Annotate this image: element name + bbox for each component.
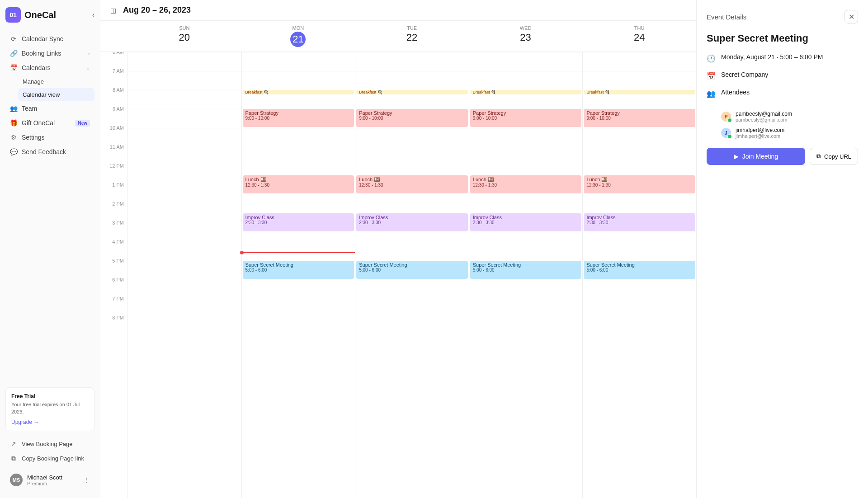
- attendee-sub: pambeesly@gmail.com: [736, 117, 792, 122]
- calendar-event[interactable]: Breakfast 🍳: [470, 90, 582, 94]
- calendar-event[interactable]: Lunch 🍱12:30 - 1:30: [243, 175, 354, 193]
- event-time: 5:00 - 6:00: [245, 268, 352, 272]
- calendar-event[interactable]: Lunch 🍱12:30 - 1:30: [470, 175, 582, 193]
- external-icon: ↗: [10, 440, 17, 447]
- event-company: Secret Company: [721, 71, 768, 78]
- day-name: WED: [469, 25, 583, 31]
- sidebar-item-calendar-view[interactable]: Calendar view: [18, 88, 94, 101]
- time-label: 11 AM: [100, 144, 127, 163]
- time-gutter-header: [100, 21, 127, 52]
- event-title: Lunch 🍱: [359, 177, 465, 183]
- event-title: Breakfast 🍳: [473, 90, 579, 94]
- sidebar-item-calendars[interactable]: 📅 Calendars ⌄: [5, 61, 94, 75]
- attendee-email: pambeesly@gmail.com: [736, 111, 792, 117]
- calendar-event[interactable]: Super Secret Meeting5:00 - 6:00: [470, 261, 582, 279]
- user-row[interactable]: MS Michael Scott Premium ⋮: [5, 469, 94, 491]
- calendar-event[interactable]: Super Secret Meeting5:00 - 6:00: [243, 261, 354, 279]
- sidebar-item-booking-links[interactable]: 🔗 Booking Links ›: [5, 46, 94, 61]
- day-header[interactable]: THU24: [582, 21, 696, 52]
- hour-line: [128, 128, 241, 147]
- day-number: 23: [469, 32, 583, 43]
- day-column[interactable]: Breakfast 🍳Paper Strategy9:00 - 10:00Lun…: [241, 52, 355, 498]
- day-header[interactable]: TUE22: [355, 21, 469, 52]
- calendar-event[interactable]: Improv Class2:30 - 3:30: [470, 213, 582, 231]
- hour-line: [469, 147, 583, 166]
- hour-line: [583, 52, 696, 71]
- user-info: Michael Scott Premium: [27, 474, 78, 486]
- calendar-event[interactable]: Paper Strategy9:00 - 10:00: [584, 109, 695, 127]
- more-icon[interactable]: ⋮: [83, 476, 90, 484]
- event-title: Breakfast 🍳: [359, 90, 465, 94]
- calendar-event[interactable]: Super Secret Meeting5:00 - 6:00: [584, 261, 695, 279]
- calendar-body[interactable]: 6 AM7 AM8 AM9 AM10 AM11 AM12 PM1 PM2 PM3…: [100, 52, 696, 498]
- logo-row: 01 OneCal ‹: [5, 7, 94, 23]
- event-datetime-row: 🕐 Monday, August 21 · 5:00 – 6:00 PM: [707, 53, 858, 63]
- attendee-avatar: J: [721, 128, 731, 138]
- hour-line: [355, 242, 469, 261]
- event-company-row: 📅 Secret Company: [707, 71, 858, 80]
- day-column[interactable]: Breakfast 🍳Paper Strategy9:00 - 10:00Lun…: [469, 52, 583, 498]
- event-title: Paper Strategy: [586, 110, 693, 116]
- event-time: 12:30 - 1:30: [359, 183, 465, 188]
- sidebar-item-manage[interactable]: Manage: [18, 75, 94, 88]
- day-header[interactable]: MON21: [241, 21, 355, 52]
- calendar-event[interactable]: Improv Class2:30 - 3:30: [584, 213, 695, 231]
- day-header[interactable]: WED23: [469, 21, 583, 52]
- day-column[interactable]: Breakfast 🍳Paper Strategy9:00 - 10:00Lun…: [582, 52, 696, 498]
- close-button[interactable]: ✕: [844, 10, 858, 23]
- calendar-event[interactable]: Breakfast 🍳: [584, 90, 695, 94]
- gift-icon: 🎁: [10, 119, 17, 127]
- copy-url-button[interactable]: ⧉ Copy URL: [810, 148, 858, 165]
- sidebar-item-label: Team: [22, 105, 37, 112]
- calendar-event[interactable]: Lunch 🍱12:30 - 1:30: [356, 175, 468, 193]
- hour-line: [355, 318, 469, 337]
- calendar-event[interactable]: Super Secret Meeting5:00 - 6:00: [356, 261, 468, 279]
- event-title: Paper Strategy: [245, 110, 352, 116]
- day-number: 20: [127, 32, 241, 43]
- calendar-event[interactable]: Improv Class2:30 - 3:30: [356, 213, 468, 231]
- event-title: Lunch 🍱: [473, 177, 579, 183]
- join-meeting-button[interactable]: ▶ Join Meeting: [707, 148, 805, 165]
- event-time: 12:30 - 1:30: [473, 183, 579, 188]
- hour-line: [128, 204, 241, 223]
- sidebar-item-gift[interactable]: 🎁 Gift OneCal New: [5, 116, 94, 130]
- hour-line: [469, 71, 583, 90]
- day-column[interactable]: [127, 52, 241, 498]
- day-header[interactable]: SUN20: [127, 21, 241, 52]
- attendees-row: 👥 Attendees: [707, 89, 858, 98]
- attendee-row: Jjimhalpert@live.comjimhalpert@live.com: [721, 127, 858, 139]
- sidebar-item-feedback[interactable]: 💬 Send Feedback: [5, 145, 94, 159]
- panel-toggle-icon[interactable]: ◫: [109, 7, 117, 14]
- trial-text: Your free trial expires on 01 Jul 2026.: [11, 401, 89, 415]
- time-column: 6 AM7 AM8 AM9 AM10 AM11 AM12 PM1 PM2 PM3…: [100, 52, 127, 498]
- attendee-info: jimhalpert@live.comjimhalpert@live.com: [736, 127, 784, 139]
- calendar-event[interactable]: Breakfast 🍳: [356, 90, 468, 94]
- event-time: 2:30 - 3:30: [473, 220, 579, 225]
- attendee-email: jimhalpert@live.com: [736, 127, 784, 133]
- event-title: Lunch 🍱: [245, 177, 352, 183]
- sidebar-item-settings[interactable]: ⚙ Settings: [5, 130, 94, 145]
- calendar-event[interactable]: Lunch 🍱12:30 - 1:30: [584, 175, 695, 193]
- calendar-event[interactable]: Improv Class2:30 - 3:30: [243, 213, 354, 231]
- day-column[interactable]: Breakfast 🍳Paper Strategy9:00 - 10:00Lun…: [355, 52, 469, 498]
- user-avatar: MS: [10, 474, 23, 486]
- sidebar-collapse-icon[interactable]: ‹: [92, 11, 94, 19]
- calendar-event[interactable]: Paper Strategy9:00 - 10:00: [470, 109, 582, 127]
- calendar-event[interactable]: Breakfast 🍳: [243, 90, 354, 94]
- calendar-event[interactable]: Paper Strategy9:00 - 10:00: [356, 109, 468, 127]
- calendar-event[interactable]: Paper Strategy9:00 - 10:00: [243, 109, 354, 127]
- copy-booking-link[interactable]: ⧉ Copy Booking Page link: [5, 451, 94, 465]
- hour-line: [128, 223, 241, 242]
- sidebar-item-team[interactable]: 👥 Team: [5, 101, 94, 116]
- hour-line: [355, 128, 469, 147]
- time-label: 7 PM: [100, 296, 127, 315]
- gear-icon: ⚙: [10, 134, 17, 141]
- sidebar-item-calendar-sync[interactable]: ⟳ Calendar Sync: [5, 32, 94, 46]
- event-title: Improv Class: [473, 215, 579, 220]
- upgrade-link[interactable]: Upgrade →: [11, 419, 89, 425]
- view-booking-page-link[interactable]: ↗ View Booking Page: [5, 437, 94, 451]
- hour-line: [469, 128, 583, 147]
- new-badge: New: [75, 120, 90, 127]
- hour-line: [128, 166, 241, 185]
- footer-link-label: Copy Booking Page link: [22, 455, 84, 462]
